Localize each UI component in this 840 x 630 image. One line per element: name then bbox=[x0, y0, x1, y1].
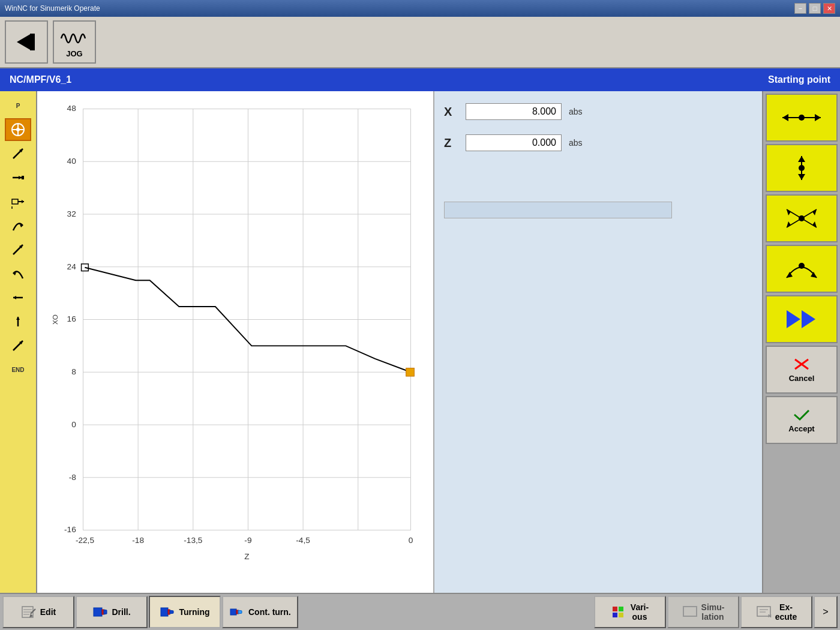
sidebar-diagonal2-button[interactable] bbox=[5, 238, 31, 261]
close-button[interactable]: ✕ bbox=[823, 3, 835, 14]
z-label: Z bbox=[444, 136, 458, 150]
turning-icon bbox=[160, 604, 175, 620]
svg-rect-60 bbox=[406, 368, 415, 376]
svg-marker-63 bbox=[815, 114, 821, 121]
svg-marker-0 bbox=[17, 34, 31, 50]
execute-icon: NC bbox=[756, 604, 772, 620]
minimize-button[interactable]: − bbox=[794, 3, 806, 14]
svg-marker-96 bbox=[170, 610, 173, 614]
svg-text:Z: Z bbox=[244, 552, 249, 561]
accept-button[interactable]: Accept bbox=[766, 396, 838, 444]
execute-button[interactable]: NC Ex- ecute bbox=[740, 596, 812, 628]
turning-button[interactable]: Turning bbox=[149, 596, 221, 628]
svg-text:40: 40 bbox=[67, 157, 77, 166]
jog-toolbar-button[interactable]: JOG bbox=[53, 20, 96, 64]
various-icon bbox=[611, 604, 627, 620]
x-field-row: X 8.000 abs bbox=[444, 103, 752, 120]
maximize-button[interactable]: □ bbox=[809, 3, 821, 14]
contturn-icon bbox=[229, 604, 245, 620]
svg-marker-20 bbox=[13, 296, 16, 299]
sidebar-arc-ccw-button[interactable] bbox=[5, 262, 31, 285]
sidebar-arc-cw-button[interactable] bbox=[5, 214, 31, 237]
svg-marker-62 bbox=[782, 114, 788, 121]
fast-forward-button[interactable] bbox=[766, 295, 838, 343]
drill-label: Drill. bbox=[112, 607, 130, 617]
window-title: WinNC for Sinumerik Operate bbox=[5, 4, 100, 13]
svg-text:48: 48 bbox=[67, 104, 76, 113]
bottom-bar: Edit Drill. Turning Cont. turn. bbox=[0, 593, 840, 630]
cancel-label: Cancel bbox=[789, 374, 815, 383]
simulation-label: Simu- lation bbox=[701, 602, 725, 622]
title-bar: WinNC for Sinumerik Operate − □ ✕ bbox=[0, 0, 840, 17]
svg-text:XO: XO bbox=[51, 314, 59, 325]
svg-point-64 bbox=[799, 115, 805, 121]
vertical-arrow-button[interactable] bbox=[766, 144, 838, 192]
svg-marker-13 bbox=[22, 200, 24, 203]
sidebar-horizontal-button[interactable] bbox=[5, 166, 31, 189]
arc-button[interactable] bbox=[766, 245, 838, 293]
svg-text:-8: -8 bbox=[69, 473, 76, 482]
various-button[interactable]: Vari- ous bbox=[594, 596, 666, 628]
svg-marker-78 bbox=[787, 272, 793, 278]
z-input[interactable]: 0.000 bbox=[466, 134, 562, 151]
x-input[interactable]: 8.000 bbox=[466, 103, 562, 120]
svg-marker-67 bbox=[798, 174, 805, 180]
cancel-button[interactable]: Cancel bbox=[766, 346, 838, 394]
sidebar: P bbox=[0, 91, 37, 593]
sidebar-left-arrow-button[interactable] bbox=[5, 286, 31, 309]
horizontal-arrow-button[interactable] bbox=[766, 94, 838, 142]
progress-bar bbox=[444, 202, 672, 218]
edit-icon bbox=[21, 604, 37, 620]
sidebar-crosshair-button[interactable] bbox=[5, 118, 31, 141]
header-bar: NC/MPF/V6_1 Starting point bbox=[0, 68, 840, 91]
svg-marker-82 bbox=[802, 310, 815, 328]
action-buttons-panel: Cancel Accept bbox=[762, 91, 840, 593]
sidebar-p-label: P bbox=[5, 94, 31, 117]
svg-rect-101 bbox=[613, 613, 617, 617]
drill-button[interactable]: Drill. bbox=[76, 596, 148, 628]
svg-marker-9 bbox=[19, 176, 22, 179]
svg-rect-10 bbox=[22, 176, 24, 179]
svg-rect-97 bbox=[230, 609, 236, 615]
sidebar-end-label: END bbox=[5, 358, 31, 381]
sidebar-diagonal-button[interactable] bbox=[5, 142, 31, 165]
svg-text:-16: -16 bbox=[64, 525, 76, 534]
z-unit: abs bbox=[569, 138, 583, 148]
svg-rect-1 bbox=[30, 34, 35, 50]
file-path: NC/MPF/V6_1 bbox=[10, 74, 71, 85]
sidebar-diagonal3-button[interactable] bbox=[5, 334, 31, 357]
svg-marker-99 bbox=[238, 610, 242, 614]
expand-arrows-button[interactable] bbox=[766, 194, 838, 242]
svg-text:-22,5: -22,5 bbox=[76, 536, 95, 545]
scroll-right-button[interactable]: > bbox=[814, 596, 838, 628]
jog-label: JOG bbox=[66, 49, 82, 58]
edit-label: Edit bbox=[40, 607, 56, 617]
mode-title: Starting point bbox=[768, 74, 830, 85]
svg-text:24: 24 bbox=[67, 262, 77, 271]
svg-marker-79 bbox=[811, 272, 817, 278]
svg-rect-59 bbox=[82, 264, 89, 271]
svg-text:8: 8 bbox=[71, 367, 76, 376]
svg-text:NC: NC bbox=[768, 613, 772, 619]
svg-point-80 bbox=[799, 263, 805, 269]
svg-text:-13,5: -13,5 bbox=[184, 536, 203, 545]
svg-text:32: 32 bbox=[67, 209, 76, 218]
simulation-icon bbox=[682, 604, 698, 620]
contturn-button[interactable]: Cont. turn. bbox=[222, 596, 298, 628]
simulation-button[interactable]: Simu- lation bbox=[667, 596, 739, 628]
z-field-row: Z 0.000 abs bbox=[444, 134, 752, 151]
svg-text:-18: -18 bbox=[132, 536, 144, 545]
svg-marker-81 bbox=[787, 310, 800, 328]
sidebar-wave-button[interactable] bbox=[5, 190, 31, 213]
svg-text:16: 16 bbox=[67, 314, 76, 323]
svg-marker-22 bbox=[16, 317, 20, 320]
svg-rect-102 bbox=[619, 607, 623, 611]
drill-icon bbox=[92, 604, 108, 620]
arrow-toolbar-button[interactable] bbox=[5, 20, 48, 64]
edit-button[interactable]: Edit bbox=[2, 596, 74, 628]
svg-rect-94 bbox=[161, 608, 168, 616]
svg-marker-93 bbox=[104, 610, 107, 614]
svg-marker-66 bbox=[798, 156, 805, 162]
sidebar-up-arrow-button[interactable] bbox=[5, 310, 31, 333]
svg-rect-100 bbox=[613, 607, 617, 611]
